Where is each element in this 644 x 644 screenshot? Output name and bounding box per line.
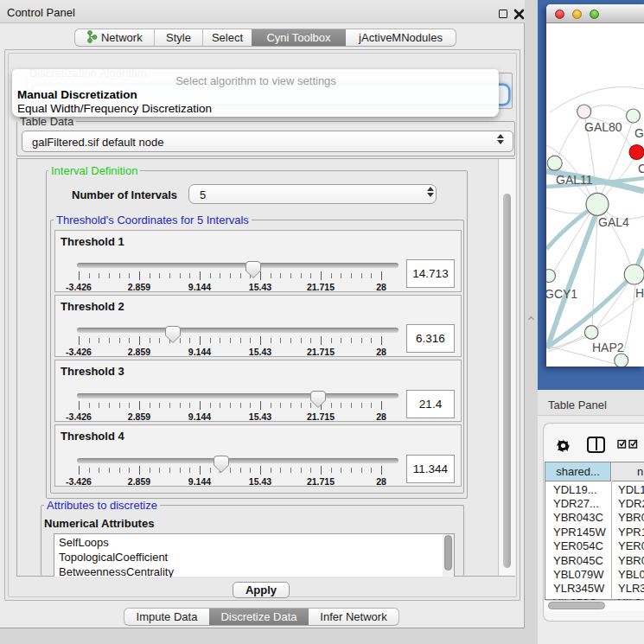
svg-text:HI: HI xyxy=(635,286,644,300)
svg-text:GAL80: GAL80 xyxy=(584,120,622,134)
svg-text:GA: GA xyxy=(634,126,644,140)
svg-text:CY: CY xyxy=(638,162,644,175)
svg-text:GAL11: GAL11 xyxy=(556,173,593,187)
svg-text:GCY1: GCY1 xyxy=(546,287,577,301)
svg-text:HAP2: HAP2 xyxy=(592,341,624,354)
svg-text:GAL4: GAL4 xyxy=(598,215,629,229)
